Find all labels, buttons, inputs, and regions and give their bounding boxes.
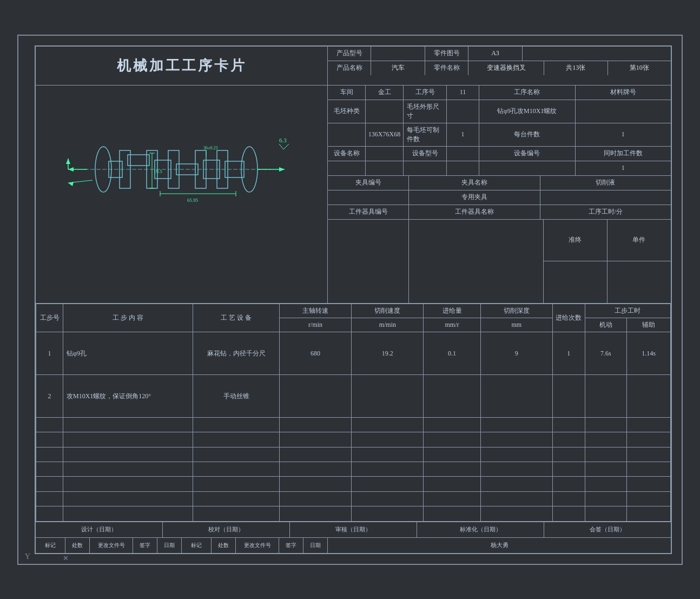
cell-machine-time: 7.6s — [585, 332, 626, 375]
blank-outer-dim-sub: 136X76X68 — [366, 123, 404, 146]
process-name-label: 工序名称 — [479, 85, 576, 100]
equip-cell5 — [479, 161, 576, 175]
header-step-content: 工 步 内 容 — [63, 304, 193, 332]
equip-cell1 — [328, 161, 366, 175]
tool-name-label: 工件器具名称 — [409, 205, 540, 219]
cell-cut-speed — [352, 462, 424, 477]
sign-label: 签字 — [133, 538, 157, 553]
svg-text:36±0.23: 36±0.23 — [203, 146, 217, 150]
drawing-area: 65.95 19.5 36±0.23 6.3 — [36, 85, 328, 304]
product-type-label: 产品型号 — [328, 47, 371, 61]
cell-cut-depth — [480, 477, 552, 491]
sig-check-label: 校对（日期） — [163, 522, 290, 537]
cell-step-num — [36, 418, 63, 432]
sig-design-label: 设计（日期） — [36, 522, 163, 537]
cell-cut-speed — [352, 432, 424, 447]
cell-feed-times — [552, 447, 585, 462]
header-sub-depth: mm — [480, 318, 552, 332]
fixture-value-row: 专用夹具 — [328, 190, 671, 205]
product-type-value — [371, 47, 425, 61]
part-name-value: 变速器换挡叉 — [468, 61, 544, 75]
fixture-header-row: 夹具编号 夹具名称 切削液 — [328, 176, 671, 190]
cell-aux-time — [626, 506, 670, 521]
table-row: 1 钻φ9孔 麻花钻，内径千分尺 680 19.2 0.1 9 1 7.6s 1… — [36, 332, 671, 375]
cell-machine-time — [585, 375, 626, 418]
part-drawing-label: 零件图号 — [425, 47, 468, 61]
right-form: 车间 金工 工序号 11 工序名称 材料牌号 毛坯种类 毛坯外形尺寸 钻φ9孔攻… — [328, 85, 671, 304]
table-row — [36, 491, 671, 506]
table-row — [36, 477, 671, 491]
cell-machine-time — [585, 462, 626, 477]
svg-rect-7 — [128, 155, 149, 166]
svg-marker-3 — [66, 159, 70, 164]
cell-step-num — [36, 432, 63, 447]
process-table: 工步号 工 步 内 容 工 艺 设 备 主轴转速 切削速度 进给量 切削深度 进… — [36, 304, 671, 522]
svg-text:6.3: 6.3 — [279, 137, 287, 143]
cell-step-num — [36, 462, 63, 477]
svg-marker-1 — [68, 167, 74, 172]
header-feed: 进给量 — [424, 304, 480, 318]
cell-cut-depth — [480, 418, 552, 432]
date-label2: 日期 — [303, 538, 328, 553]
cell-step-content: 钻φ9孔 — [63, 332, 193, 375]
coolant-value — [540, 190, 671, 205]
equip-model-label: 设备型号 — [404, 147, 447, 161]
svg-line-29 — [279, 144, 283, 149]
cell-machine-time — [585, 477, 626, 491]
table-header-row-1: 工步号 工 步 内 容 工 艺 设 备 主轴转速 切削速度 进给量 切削深度 进… — [36, 304, 671, 318]
cell-spindle-speed — [280, 462, 352, 477]
header-step-num: 工步号 — [36, 304, 63, 332]
cell-aux-time — [626, 462, 670, 477]
tool-name-value — [409, 220, 544, 304]
cell-machine-time — [585, 418, 626, 432]
unit-time-value — [607, 261, 671, 303]
cell-cut-speed — [352, 447, 424, 462]
simultaneous-label: 同时加工件数 — [576, 147, 671, 161]
cell-process-equip — [193, 418, 280, 432]
date-label: 日期 — [157, 538, 182, 553]
product-name-label: 产品名称 — [328, 61, 371, 75]
mark-label: 标记 — [36, 538, 65, 553]
cell-step-num — [36, 491, 63, 506]
table-row — [36, 462, 671, 477]
cell-step-content: 攻M10X1螺纹，保证倒角120° — [63, 375, 193, 418]
cell-step-content — [63, 447, 193, 462]
header-spindle-speed: 主轴转速 — [280, 304, 352, 318]
cell-feed — [424, 375, 480, 418]
cell-step-content — [63, 477, 193, 491]
cad-drawing: 65.95 19.5 36±0.23 6.3 — [36, 85, 328, 248]
cell-feed-times — [552, 477, 585, 491]
equip-cell2 — [366, 161, 404, 175]
cell-step-content — [63, 491, 193, 506]
equip-name-value — [366, 147, 404, 161]
cell-spindle-speed — [280, 375, 352, 418]
svg-line-30 — [283, 144, 289, 149]
svg-marker-34 — [68, 182, 74, 186]
cell-process-equip: 手动丝锥 — [193, 375, 280, 418]
cell-feed — [424, 462, 480, 477]
cell-aux-time — [626, 418, 670, 432]
blank-outer-dim-label: 毛坯外形尺寸 — [404, 100, 447, 123]
prep-time-label: 准终 — [544, 220, 607, 261]
sig-value-row: 标记 处数 更改文件号 签字 日期 标记 处数 更改文件号 签字 日期 杨大勇 — [36, 538, 671, 553]
part-drawing-value: A3 — [468, 47, 523, 61]
cell-process-equip — [193, 477, 280, 491]
equip-num-label: 设备编号 — [479, 147, 576, 161]
total-sheets: 共13张 — [544, 61, 608, 75]
cell-process-equip — [193, 462, 280, 477]
outer-frame: 机械加工工序卡片 产品型号 零件图号 A3 产品名称 汽车 零件名称 — [17, 35, 683, 565]
count-label: 处数 — [65, 538, 90, 553]
equip-header-row: 设备名称 设备型号 设备编号 同时加工件数 — [328, 147, 671, 161]
cell-cut-speed — [352, 477, 424, 491]
cell-spindle-speed — [280, 506, 352, 521]
cell-feed-times — [552, 462, 585, 477]
workshop-label: 车间 — [328, 85, 366, 100]
fixture-num-label: 夹具编号 — [328, 176, 409, 190]
header-cut-speed: 切削速度 — [352, 304, 424, 318]
simultaneous-value: 1 — [576, 161, 671, 175]
tool-num-label: 工件器具编号 — [328, 205, 409, 219]
cell-feed — [424, 506, 480, 521]
table-row — [36, 432, 671, 447]
cell-spindle-speed — [280, 432, 352, 447]
cell-step-num: 2 — [36, 375, 63, 418]
